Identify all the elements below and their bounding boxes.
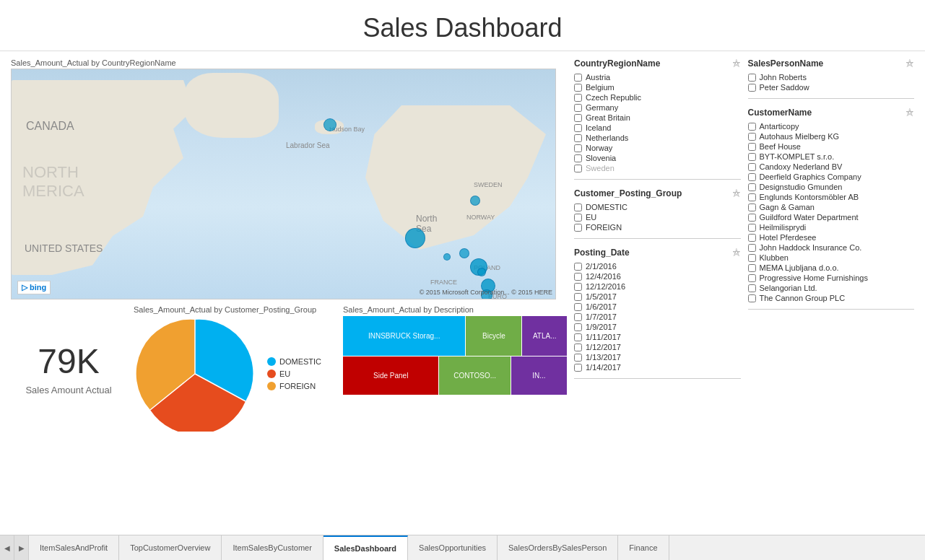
checkbox-klubben[interactable] [748, 254, 756, 262]
tab-item-sales-profit[interactable]: ItemSalesAndProfit [29, 535, 119, 560]
treemap-cell-bicycle[interactable]: Bicycle [466, 316, 521, 356]
checkbox-date-4[interactable] [574, 293, 582, 301]
treemap-cell-atla[interactable]: ATLA... [522, 316, 567, 356]
customer-filter-icon[interactable]: ⛤ [906, 108, 914, 118]
map-container[interactable]: CANADA NORTHMERICA UNITED STATES Labrado… [11, 69, 556, 299]
filter-item-slovenia[interactable]: Slovenia [574, 153, 741, 163]
tab-item-top-customer[interactable]: TopCustomerOverview [119, 535, 222, 560]
checkbox-netherlands[interactable] [574, 134, 582, 142]
checkbox-mema[interactable] [748, 264, 756, 272]
filter-item-austria[interactable]: Austria [574, 72, 741, 82]
filter-item-john-haddock[interactable]: John Haddock Insurance Co. [748, 242, 915, 253]
filter-item-guildford[interactable]: Guildford Water Department [748, 212, 915, 222]
treemap-cell-sidepanel[interactable]: Side Panel [343, 356, 438, 395]
filter-item-belgium[interactable]: Belgium [574, 82, 741, 92]
tab-item-finance[interactable]: Finance [618, 535, 669, 560]
checkbox-guildford[interactable] [748, 214, 756, 222]
filter-item-progressive[interactable]: Progressive Home Furnishings [748, 273, 915, 283]
filter-item-cannon[interactable]: The Cannon Group PLC [748, 293, 915, 303]
tab-nav-prev[interactable]: ◀ [0, 535, 14, 560]
checkbox-date-10[interactable] [574, 354, 582, 362]
checkbox-date-2[interactable] [574, 273, 582, 281]
checkbox-belgium[interactable] [574, 84, 582, 92]
checkbox-date-5[interactable] [574, 303, 582, 311]
filter-item-sweden[interactable]: Sweden [574, 163, 741, 173]
filter-item-date-1[interactable]: 2/1/2016 [574, 261, 741, 271]
checkbox-date-3[interactable] [574, 283, 582, 291]
checkbox-date-11[interactable] [574, 364, 582, 372]
checkbox-selangorian[interactable] [748, 284, 756, 292]
filter-item-byt[interactable]: BYT-KOMPLET s.r.o. [748, 152, 915, 162]
checkbox-peter[interactable] [748, 84, 756, 92]
checkbox-foreign[interactable] [574, 224, 582, 232]
checkbox-cannon[interactable] [748, 294, 756, 302]
checkbox-englunds[interactable] [748, 193, 756, 201]
checkbox-byt[interactable] [748, 153, 756, 161]
filter-item-antarticopy[interactable]: Antarticopy [748, 121, 915, 131]
country-filter-icon[interactable]: ⛤ [732, 58, 741, 69]
filter-item-eu[interactable]: EU [574, 212, 741, 222]
tab-item-sales-opportunities[interactable]: SalesOpportunities [408, 535, 498, 560]
filter-item-deerfield[interactable]: Deerfield Graphics Company [748, 172, 915, 182]
filter-item-netherlands[interactable]: Netherlands [574, 133, 741, 143]
date-filter-icon[interactable]: ⛤ [732, 248, 741, 258]
checkbox-john[interactable] [748, 74, 756, 82]
filter-item-gagn[interactable]: Gagn & Gaman [748, 202, 915, 212]
filter-item-selangorian[interactable]: Selangorian Ltd. [748, 283, 915, 293]
filter-item-date-10[interactable]: 1/13/2017 [574, 352, 741, 362]
checkbox-sweden[interactable] [574, 165, 582, 172]
treemap-cell-innsbruck[interactable]: INNSBRUCK Storag... [343, 316, 465, 356]
checkbox-john-haddock[interactable] [748, 244, 756, 252]
filter-item-date-2[interactable]: 12/4/2016 [574, 271, 741, 281]
filter-item-czech[interactable]: Czech Republic [574, 92, 741, 102]
filter-item-hotel[interactable]: Hotel Pferdesee [748, 232, 915, 242]
checkbox-antarticopy[interactable] [748, 123, 756, 131]
checkbox-germany[interactable] [574, 104, 582, 112]
checkbox-date-9[interactable] [574, 344, 582, 351]
filter-item-design[interactable]: Designstudio Gmunden [748, 182, 915, 192]
filter-item-germany[interactable]: Germany [574, 102, 741, 113]
checkbox-slovenia[interactable] [574, 154, 582, 162]
checkbox-progressive[interactable] [748, 274, 756, 282]
filter-item-date-6[interactable]: 1/7/2017 [574, 312, 741, 322]
checkbox-beef[interactable] [748, 143, 756, 151]
filter-item-beef[interactable]: Beef House [748, 141, 915, 152]
filter-item-autohaus[interactable]: Autohaus Mielberg KG [748, 131, 915, 141]
salesperson-filter-icon[interactable]: ⛤ [906, 58, 914, 69]
filter-item-heilmili[interactable]: Heilmilisprydi [748, 222, 915, 232]
filter-item-date-9[interactable]: 1/12/2017 [574, 342, 741, 352]
checkbox-date-8[interactable] [574, 333, 582, 341]
tab-item-items-by-customer[interactable]: ItemSalesByCustomer [222, 535, 323, 560]
checkbox-gagn[interactable] [748, 204, 756, 211]
checkbox-heilmili[interactable] [748, 224, 756, 232]
tab-item-sales-orders[interactable]: SalesOrdersBySalesPerson [498, 535, 618, 560]
checkbox-austria[interactable] [574, 74, 582, 82]
filter-item-mema[interactable]: MEMA Ljubljana d.o.o. [748, 263, 915, 273]
filter-item-date-4[interactable]: 1/5/2017 [574, 292, 741, 302]
filter-item-peter[interactable]: Peter Saddow [748, 82, 915, 92]
filter-item-englunds[interactable]: Englunds Kontorsmöbler AB [748, 192, 915, 202]
filter-item-date-3[interactable]: 12/12/2016 [574, 281, 741, 292]
checkbox-eu[interactable] [574, 214, 582, 222]
checkbox-iceland[interactable] [574, 124, 582, 132]
checkbox-gb[interactable] [574, 114, 582, 122]
filter-item-norway[interactable]: Norway [574, 143, 741, 153]
checkbox-date-6[interactable] [574, 313, 582, 321]
treemap-cell-in[interactable]: IN... [511, 356, 567, 395]
filter-item-domestic[interactable]: DOMESTIC [574, 202, 741, 212]
checkbox-candoxy[interactable] [748, 163, 756, 171]
checkbox-czech[interactable] [574, 94, 582, 102]
filter-item-klubben[interactable]: Klubben [748, 253, 915, 263]
cpg-filter-icon[interactable]: ⛤ [732, 188, 741, 198]
filter-item-gb[interactable]: Great Britain [574, 113, 741, 123]
checkbox-domestic[interactable] [574, 204, 582, 211]
checkbox-date-1[interactable] [574, 263, 582, 271]
filter-item-date-11[interactable]: 1/14/2017 [574, 362, 741, 372]
checkbox-design[interactable] [748, 183, 756, 191]
filter-item-date-5[interactable]: 1/6/2017 [574, 302, 741, 312]
checkbox-deerfield[interactable] [748, 173, 756, 181]
checkbox-norway[interactable] [574, 144, 582, 152]
filter-item-iceland[interactable]: Iceland [574, 123, 741, 133]
filter-item-foreign[interactable]: FOREIGN [574, 222, 741, 232]
tab-item-sales-dashboard[interactable]: SalesDashboard [323, 535, 408, 560]
